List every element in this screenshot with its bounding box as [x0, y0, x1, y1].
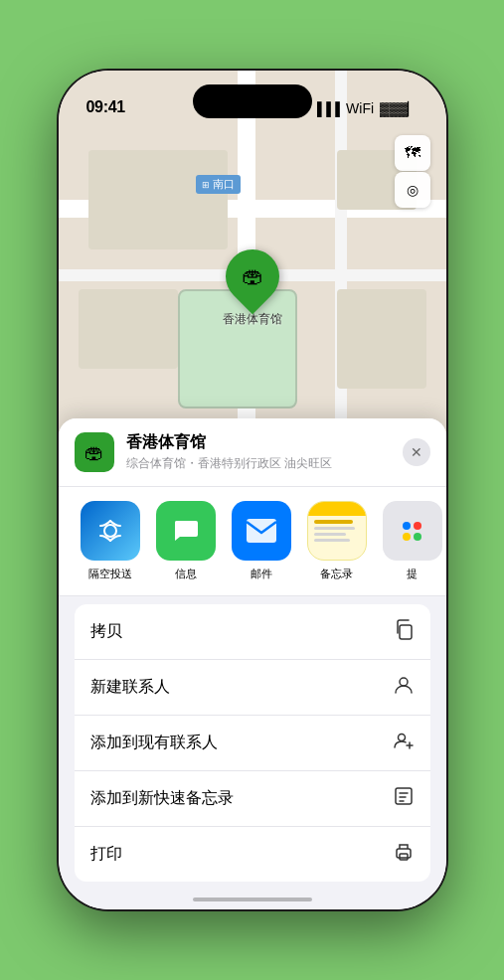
- dynamic-island: [193, 84, 312, 118]
- quick-note-icon: [393, 785, 415, 812]
- share-more[interactable]: 提: [377, 501, 446, 581]
- venue-address: 综合体育馆・香港特别行政区 油尖旺区: [126, 455, 391, 472]
- notes-icon: [307, 501, 367, 561]
- airdrop-label: 隔空投送: [88, 567, 132, 581]
- print-icon: [393, 841, 415, 868]
- location-card: 🏟 香港体育馆 综合体育馆・香港特别行政区 油尖旺区 ✕: [59, 418, 446, 487]
- action-quick-note[interactable]: 添加到新快速备忘录: [75, 771, 430, 827]
- share-notes[interactable]: 备忘录: [301, 501, 373, 581]
- svg-point-3: [400, 678, 408, 686]
- action-copy[interactable]: 拷贝: [75, 604, 430, 660]
- map-layers-button[interactable]: 🗺: [395, 135, 430, 171]
- close-button[interactable]: ✕: [403, 438, 430, 466]
- map-label-text: 南口: [213, 178, 235, 190]
- action-new-contact[interactable]: 新建联系人: [75, 660, 430, 716]
- map-location-button[interactable]: ◎: [395, 172, 430, 208]
- map-north-exit-label: ⊞ 南口: [196, 175, 241, 194]
- svg-point-4: [398, 735, 405, 741]
- action-print[interactable]: 打印: [75, 827, 430, 882]
- svg-rect-12: [400, 854, 408, 860]
- action-list: 拷贝 新建联系人: [75, 604, 430, 882]
- status-time: 09:41: [86, 98, 125, 116]
- battery-icon: ▓▓▓▏: [380, 101, 418, 116]
- share-messages[interactable]: 信息: [150, 501, 222, 581]
- venue-name: 香港体育馆: [126, 432, 391, 453]
- phone-frame: 09:41 ▐▐▐ WiFi ▓▓▓▏ ⊞ 南口: [59, 71, 446, 909]
- add-contact-icon: [393, 730, 415, 756]
- print-label: 打印: [90, 844, 122, 865]
- venue-icon: 🏟: [75, 432, 114, 472]
- airdrop-icon: [81, 501, 140, 561]
- new-contact-label: 新建联系人: [90, 677, 170, 698]
- more-label: 提: [407, 567, 418, 581]
- share-airdrop[interactable]: 隔空投送: [75, 501, 146, 581]
- mail-label: 邮件: [251, 567, 272, 581]
- copy-label: 拷贝: [90, 621, 122, 642]
- new-contact-icon: [393, 674, 415, 701]
- home-indicator: [193, 898, 312, 901]
- map-controls: 🗺 ◎: [395, 135, 430, 208]
- location-info: 香港体育馆 综合体育馆・香港特别行政区 油尖旺区: [126, 432, 391, 472]
- svg-rect-2: [400, 625, 412, 639]
- bottom-sheet: 🏟 香港体育馆 综合体育馆・香港特别行政区 油尖旺区 ✕: [59, 418, 446, 909]
- messages-label: 信息: [175, 567, 197, 581]
- action-add-contact[interactable]: 添加到现有联系人: [75, 716, 430, 771]
- pin-circle: 🏟: [214, 239, 289, 314]
- notes-label: 备忘录: [320, 567, 353, 581]
- svg-rect-1: [247, 519, 276, 543]
- location-pin: 🏟 香港体育馆: [223, 249, 282, 328]
- add-contact-label: 添加到现有联系人: [90, 733, 218, 753]
- status-icons: ▐▐▐ WiFi ▓▓▓▏: [312, 100, 418, 116]
- messages-icon: [156, 501, 216, 561]
- map-label-icon: ⊞: [202, 180, 210, 190]
- share-mail[interactable]: 邮件: [226, 501, 297, 581]
- svg-point-0: [104, 525, 116, 537]
- pin-icon: 🏟: [242, 263, 263, 289]
- more-icon: [383, 501, 442, 561]
- phone-screen: 09:41 ▐▐▐ WiFi ▓▓▓▏ ⊞ 南口: [59, 71, 446, 909]
- quick-note-label: 添加到新快速备忘录: [90, 788, 234, 809]
- signal-icon: ▐▐▐: [312, 101, 340, 116]
- copy-icon: [393, 618, 415, 645]
- mail-icon: [232, 501, 291, 561]
- wifi-icon: WiFi: [346, 100, 374, 116]
- share-apps-row: 隔空投送 信息: [59, 487, 446, 596]
